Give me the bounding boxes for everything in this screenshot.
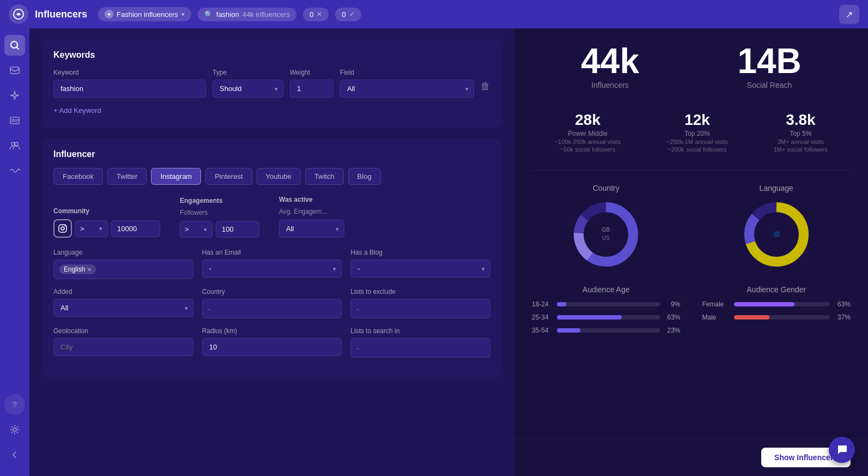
top5-sub2: 1M+ social followers <box>774 146 828 153</box>
chat-bubble-button[interactable] <box>829 437 855 463</box>
app-title: Influencers <box>35 9 87 20</box>
delete-keyword-button[interactable]: 🗑 <box>481 69 490 92</box>
top20-count: 12k <box>666 111 728 129</box>
power-middle-sub1: ~100k-250k annual visits <box>555 138 621 145</box>
gender-pct-female: 63% <box>834 300 851 308</box>
tab-facebook[interactable]: Facebook <box>53 168 103 185</box>
top20-sub2: ~200k social followers <box>666 146 728 153</box>
added-select[interactable]: AllLast 7 daysLast 30 days <box>53 299 193 317</box>
tab-twitter[interactable]: Twitter <box>107 168 147 185</box>
gender-fill-female <box>734 302 794 306</box>
keyword-filter-pill[interactable]: 🔍 fashion 44k influencers <box>198 8 296 21</box>
top20-label: Top 20% <box>666 130 728 137</box>
followers-value-input[interactable] <box>216 221 259 238</box>
keyword-input[interactable] <box>53 80 206 98</box>
age-fill-18-24 <box>557 302 566 306</box>
sidebar-item-card[interactable] <box>4 110 25 131</box>
help-icon: ? <box>13 400 17 409</box>
influencers-stat: 44k Influencers <box>581 44 639 89</box>
gender-track-male <box>734 315 830 320</box>
age-track-35-54 <box>557 328 660 333</box>
added-country-lists-row: Added AllLast 7 daysLast 30 days Country… <box>53 288 490 318</box>
geolocation-input[interactable] <box>53 338 193 356</box>
lists-search-input[interactable]: - <box>350 338 490 358</box>
count-right-pill[interactable]: 0 ✓ <box>335 8 361 21</box>
tab-twitch[interactable]: Twitch <box>305 168 344 185</box>
language-tag-input[interactable]: English ✕ <box>53 260 193 279</box>
top5-sub1: 3M+ annual visits <box>774 138 828 145</box>
age-row-35-54: 35-54 23% <box>532 327 681 334</box>
sidebar-item-people[interactable] <box>4 135 25 156</box>
count-left-value: 0 <box>309 10 313 19</box>
charts-row: Country GB US <box>532 184 851 270</box>
keyword-icon: 🔍 <box>204 10 213 19</box>
top5-label: Top 5% <box>774 130 828 137</box>
svg-point-7 <box>11 142 15 146</box>
has-blog-select[interactable]: -YesNo <box>350 260 490 278</box>
geo-radius-search-row: Geolocation Radius (km) Lists to search … <box>53 327 490 358</box>
audience-age-block: Audience Age 18-24 9% 25-34 63% <box>532 285 681 340</box>
country-input[interactable]: - <box>202 299 342 318</box>
filter-group-pill[interactable]: ✦ Fashion influencers ▾ <box>98 7 191 21</box>
influencer-section: Influencer Facebook Twitter Instagram Pi… <box>43 138 501 377</box>
age-label-25-34: 25-34 <box>532 314 553 321</box>
top5-stat: 3.8k Top 5% 3M+ annual visits 1M+ social… <box>774 111 828 153</box>
svg-point-11 <box>61 227 64 230</box>
has-email-label: Has an Email <box>202 249 342 256</box>
community-comparator-select[interactable]: ><= <box>75 220 108 237</box>
language-chart-title: Language <box>760 184 793 192</box>
community-label: Community <box>53 207 160 215</box>
has-email-select[interactable]: -YesNo <box>202 260 342 278</box>
community-filter-row: Community ><= <box>53 196 490 238</box>
influencers-label: Influencers <box>581 81 639 89</box>
age-pct-25-34: 63% <box>664 314 681 321</box>
svg-point-8 <box>15 142 18 146</box>
country-donut: GB US <box>570 199 641 270</box>
lang-email-blog-row: Language English ✕ Has an Email -YesNo <box>53 249 490 279</box>
added-label: Added <box>53 288 193 296</box>
tab-pinterest[interactable]: Pinterest <box>205 168 252 185</box>
age-pct-18-24: 9% <box>664 300 681 308</box>
sidebar-item-wave[interactable] <box>4 160 25 181</box>
influencers-count: 44k <box>581 44 639 79</box>
was-active-select[interactable]: All Last week Last month Last 3 months <box>279 220 344 238</box>
add-keyword-button[interactable]: + Add Keyword <box>53 104 101 117</box>
language-tag: English ✕ <box>59 264 96 274</box>
age-label-35-54: 35-54 <box>532 327 553 334</box>
power-middle-sub2: ~50k social followers <box>555 146 621 153</box>
tab-youtube[interactable]: Youtube <box>257 168 301 185</box>
keyword-label: Keyword <box>53 69 206 76</box>
close-icon[interactable]: ✕ <box>317 10 322 18</box>
age-pct-35-54: 23% <box>664 327 681 334</box>
svg-text:GB: GB <box>602 227 610 233</box>
stats-top: 44k Influencers 14B Social Reach <box>532 44 851 89</box>
count-left-pill[interactable]: 0 ✕ <box>303 8 329 21</box>
was-active-label: Was active <box>279 196 344 203</box>
share-button[interactable]: ↗ <box>839 5 859 24</box>
tab-instagram[interactable]: Instagram <box>151 168 201 185</box>
age-row-25-34: 25-34 63% <box>532 314 681 321</box>
show-btn-bar: Show Influencers <box>514 438 868 476</box>
remove-language-tag[interactable]: ✕ <box>87 267 92 273</box>
sidebar-item-mail[interactable] <box>4 60 25 81</box>
tab-blog[interactable]: Blog <box>348 168 381 185</box>
check-icon[interactable]: ✓ <box>349 10 355 18</box>
weight-input[interactable] <box>290 80 333 98</box>
sidebar-item-collapse[interactable] <box>4 444 25 465</box>
country-chart-title: Country <box>593 184 620 192</box>
sidebar-item-help[interactable]: ? <box>4 394 25 415</box>
gender-fill-male <box>734 315 769 320</box>
type-select[interactable]: Should Must Must not <box>213 80 283 98</box>
field-select[interactable]: All Bio Posts <box>340 80 474 98</box>
sidebar-item-search[interactable] <box>4 35 25 56</box>
audience-row: Audience Age 18-24 9% 25-34 63% <box>532 285 851 340</box>
followers-comparator-select[interactable]: ><= <box>180 221 213 238</box>
community-value-input[interactable] <box>111 220 160 237</box>
svg-point-9 <box>13 428 16 431</box>
sidebar-item-settings[interactable] <box>4 419 25 440</box>
sidebar-item-sparkle[interactable] <box>4 85 25 106</box>
radius-input[interactable] <box>202 338 342 356</box>
lists-exclude-input[interactable]: - <box>350 299 490 318</box>
stats-panel: 44k Influencers 14B Social Reach 28k Pow… <box>514 28 868 438</box>
stats-secondary: 28k Power Middle ~100k-250k annual visit… <box>532 107 851 153</box>
